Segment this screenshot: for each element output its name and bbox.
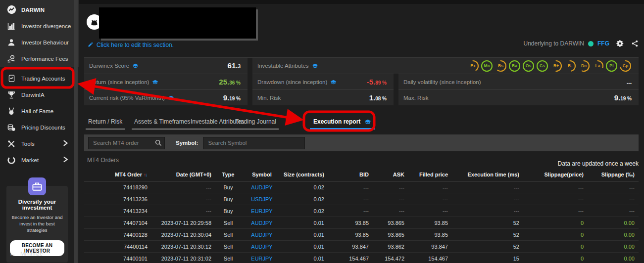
order-symbol[interactable]: AUDJPY (244, 217, 283, 229)
order-slippage-permille: 0.00 (592, 229, 639, 241)
order-symbol[interactable]: USDJPY (244, 193, 283, 205)
sidebar-item-trading-accounts[interactable]: Trading Accounts (0, 70, 74, 87)
col-slippage-price[interactable]: Slippage(price) (530, 171, 592, 181)
attribute-badge-ra[interactable]: Ra (508, 60, 521, 72)
col-bid[interactable]: BID (338, 171, 373, 181)
coins-icon (6, 123, 16, 132)
order-id: 74400114 (84, 241, 158, 253)
order-id: 74418290 (84, 181, 158, 193)
col-size[interactable]: Size (contracts) (283, 171, 338, 181)
sidebar-item-performance-fees[interactable]: Performance Fees (0, 50, 74, 67)
order-slippage-price: --- (530, 205, 592, 217)
orders-table: MT4 Order ↑↓ Date (GMT+0) Type Symbol Si… (84, 171, 639, 263)
order-symbol[interactable]: AUDJPY (244, 241, 283, 253)
settings-gear-icon[interactable] (616, 40, 624, 47)
pencil-icon (88, 41, 94, 49)
order-type: Sell (215, 253, 244, 263)
graduation-cap-icon[interactable] (330, 80, 337, 85)
edit-section-label: Click here to edit this section. (97, 42, 174, 48)
page: DARWIN Investor divergence Investor Beha… (0, 0, 644, 263)
attribute-badge-mc[interactable]: Mc (481, 60, 493, 72)
sidebar-item-tools[interactable]: Tools (0, 135, 74, 152)
graduation-cap-icon[interactable] (152, 80, 158, 85)
sidebar-item-investor-divergence[interactable]: Investor divergence (0, 18, 74, 34)
attribute-badge-rminus[interactable]: R- (564, 60, 576, 72)
edit-section-link[interactable]: Click here to edit this section. (88, 41, 174, 49)
attribute-badge-rplus[interactable]: R+ (550, 60, 562, 72)
tab-return-risk[interactable]: Return / Risk (86, 118, 125, 130)
tab-trading-journal[interactable]: Trading Journal (233, 118, 279, 130)
col-mt4-order[interactable]: MT4 Order ↑↓ (84, 171, 158, 181)
stat-min-risk: Min. Risk 1.08 % (252, 89, 394, 105)
order-symbol[interactable]: EURJPY (244, 205, 283, 217)
status-dot (588, 41, 594, 46)
graduation-cap-icon[interactable] (132, 63, 139, 68)
order-bid: 93.85 (338, 217, 373, 229)
order-type: Buy (215, 181, 244, 193)
tab-execution-report[interactable]: Execution report (310, 118, 375, 130)
order-id: 74413236 (84, 193, 158, 205)
order-ask: --- (373, 193, 408, 205)
attribute-badge-ex[interactable]: Ex (467, 60, 479, 72)
sidebar-scrollbar[interactable] (74, 0, 78, 263)
order-ask: --- (373, 205, 408, 217)
col-ask[interactable]: ASK (373, 171, 408, 181)
sidebar-item-market[interactable]: Market (0, 152, 74, 168)
search-mt4-order-input[interactable] (88, 137, 165, 149)
order-slippage-price: 0 (530, 241, 592, 253)
attribute-badge-rs[interactable]: Rs (495, 60, 507, 72)
attribute-badge-cs[interactable]: Cs (536, 60, 548, 72)
table-row: 744001282023-07-11 20:30:04SellAUDJPY0.0… (84, 229, 639, 241)
symbol-filter-label: Symbol: (176, 140, 198, 146)
attribute-badge-dc[interactable]: Dc (578, 60, 590, 72)
graduation-cap-icon[interactable] (312, 63, 318, 68)
col-symbol[interactable]: Symbol (244, 171, 283, 181)
order-size: 0.01 (283, 253, 338, 263)
stat-label: Max. Risk (403, 95, 428, 101)
attribute-badge-cp[interactable]: Cp (619, 60, 632, 72)
sidebar-item-darwin[interactable]: DARWIN (0, 1, 74, 18)
sidebar-item-label: DarwinIA (21, 92, 45, 98)
sidebar-item-darwinia[interactable]: DarwinIA (0, 87, 74, 103)
underlying-darwin-link[interactable]: FFG (597, 40, 609, 47)
tools-icon (6, 139, 16, 149)
share-icon[interactable] (631, 40, 639, 47)
stat-value: 9.19 % (223, 93, 241, 102)
order-slippage-permille: 0.00 (592, 241, 639, 253)
tab-assets-timeframes[interactable]: Assets & Timeframes (132, 118, 193, 130)
sidebar-item-label: DARWIN (21, 7, 45, 13)
order-filled-price: 93.85 (408, 229, 452, 241)
order-symbol[interactable]: AUDJPY (244, 181, 283, 193)
sidebar-item-label: Trading Accounts (21, 76, 65, 82)
order-symbol[interactable]: EURJPY (244, 253, 283, 263)
sidebar-item-investor-behaviour[interactable]: Investor Behaviour (0, 34, 74, 50)
sidebar-item-pricing-discounts[interactable]: Pricing Discounts (0, 119, 74, 135)
main-content: Click here to edit this section. Underly… (79, 0, 644, 263)
attribute-badge-la[interactable]: La (592, 60, 604, 72)
notebook-icon (6, 74, 16, 84)
stat-value: 25.36 % (219, 78, 241, 87)
col-execution-time[interactable]: Execution time (ms) (452, 171, 530, 181)
col-slippage-permille[interactable]: Slippage (‰) (592, 171, 639, 181)
order-type: Sell (215, 229, 244, 241)
stat-current-risk: Current risk (95% VaR/month) 9.19 % (84, 89, 248, 105)
order-exec-time: 52 (452, 217, 530, 229)
graduation-cap-icon[interactable] (168, 95, 174, 100)
order-bid: 93.85 (338, 229, 373, 241)
col-filled-price[interactable]: Filled price (408, 171, 452, 181)
stat-darwinex-score: Darwinex Score 61.3 (84, 58, 248, 74)
attribute-badge-os[interactable]: Os (522, 60, 535, 72)
stat-value: -5.89 % (367, 78, 387, 87)
order-symbol[interactable]: AUDJPY (244, 229, 283, 241)
sidebar-item-hall-of-fame[interactable]: Hall of Fame (0, 103, 74, 119)
attribute-badge-pf[interactable]: Pf (605, 60, 618, 72)
trophy-icon (6, 90, 16, 100)
order-type: Sell (215, 241, 244, 253)
col-type[interactable]: Type (215, 171, 244, 181)
order-date: --- (158, 205, 215, 217)
order-size: 0.01 (283, 241, 338, 253)
col-date[interactable]: Date (GMT+0) (158, 171, 215, 181)
search-symbol-input[interactable] (203, 137, 305, 149)
minimize-button[interactable]: ← Minimize (9, 250, 43, 258)
sort-desc-icon[interactable]: ↓ (145, 172, 148, 177)
